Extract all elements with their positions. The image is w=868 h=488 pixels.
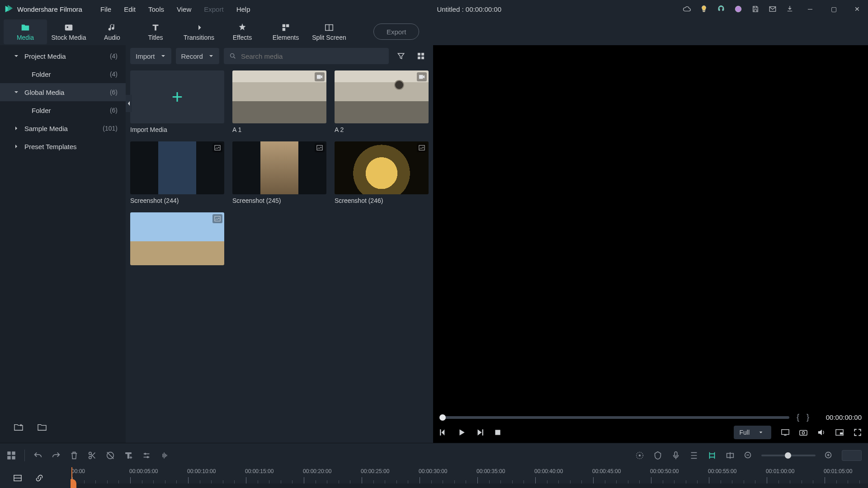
chevron-down-icon [160, 53, 166, 59]
media-card-a2[interactable]: A 2 [335, 70, 429, 133]
mark-out-button[interactable]: } [807, 413, 809, 422]
auto-ripple-icon[interactable] [707, 450, 717, 460]
media-card-s246[interactable]: Screenshot (246) [335, 141, 429, 204]
tips-icon[interactable] [700, 5, 708, 13]
media-card-a1[interactable]: A 1 [232, 70, 326, 133]
image-badge-icon [417, 143, 427, 152]
audio-tool-icon[interactable] [160, 450, 170, 460]
marker-icon[interactable] [653, 450, 663, 460]
svg-point-25 [802, 432, 804, 434]
tab-split-screen-label: Split Screen [312, 34, 346, 41]
step-forward-icon[interactable] [476, 428, 484, 436]
fullscreen-icon[interactable] [854, 428, 862, 436]
tab-titles-label: Titles [148, 34, 163, 41]
tab-elements[interactable]: Elements [264, 19, 307, 44]
filter-button[interactable] [393, 48, 409, 64]
tree-global-media[interactable]: Global Media (6) [0, 83, 126, 101]
svg-rect-6 [283, 28, 285, 30]
svg-rect-2 [65, 24, 73, 30]
svg-point-36 [144, 453, 146, 455]
save-icon[interactable] [751, 5, 760, 13]
media-grid: + Import Media A 1 A 2 Screenshot (244) … [126, 67, 433, 443]
mixer-icon[interactable] [689, 450, 699, 460]
zoom-out-icon[interactable] [743, 450, 753, 460]
sidebar-collapse-button[interactable] [126, 95, 132, 112]
image-badge-icon [212, 214, 222, 223]
tab-effects[interactable]: Effects [221, 19, 264, 44]
text-tool-icon[interactable] [123, 450, 133, 460]
snapshot-icon[interactable] [799, 428, 807, 436]
import-media-card[interactable]: + Import Media [130, 70, 224, 133]
tree-preset-templates[interactable]: Preset Templates [0, 137, 126, 155]
update-icon[interactable] [786, 5, 794, 13]
render-icon[interactable] [635, 450, 645, 460]
adjust-icon[interactable] [142, 450, 151, 460]
tab-audio[interactable]: Audio [90, 19, 134, 44]
search-input[interactable] [241, 52, 383, 60]
mail-icon[interactable] [769, 5, 777, 13]
link-icon[interactable] [35, 474, 43, 482]
playhead[interactable] [71, 467, 72, 488]
media-card-s247[interactable] [130, 212, 224, 265]
timeline-tracks[interactable]: 00:0000:00:05:0000:00:10:0000:00:15:0000… [71, 467, 868, 488]
redo-icon[interactable] [51, 450, 61, 460]
media-card-s244[interactable]: Screenshot (244) [130, 141, 224, 204]
record-dropdown[interactable]: Record [176, 48, 219, 64]
tree-project-media[interactable]: Project Media (4) [0, 47, 126, 65]
maximize-button[interactable]: ▢ [826, 5, 841, 13]
chevron-down-icon [14, 53, 19, 59]
split-icon[interactable] [87, 450, 97, 460]
tab-transitions[interactable]: Transitions [177, 19, 221, 44]
stop-icon[interactable] [494, 428, 502, 436]
svg-rect-5 [286, 24, 289, 27]
tab-stock-media[interactable]: Stock Media [47, 19, 90, 44]
new-folder-plus-icon[interactable] [14, 423, 24, 431]
pip-icon[interactable] [835, 428, 844, 436]
support-icon[interactable] [717, 5, 725, 13]
mark-in-button[interactable]: { [797, 413, 799, 422]
menu-help[interactable]: Help [231, 4, 256, 15]
svg-rect-28 [8, 451, 10, 454]
menu-tools[interactable]: Tools [143, 4, 170, 15]
new-folder-icon[interactable] [37, 423, 47, 431]
track-manager-icon[interactable] [14, 474, 22, 482]
voiceover-icon[interactable] [671, 450, 681, 460]
volume-icon[interactable] [817, 428, 826, 436]
tree-sample-media[interactable]: Sample Media (101) [0, 119, 126, 137]
display-icon[interactable] [781, 428, 789, 436]
svg-rect-15 [317, 75, 321, 79]
svg-rect-12 [422, 53, 424, 55]
menu-file[interactable]: File [95, 4, 117, 15]
account-icon[interactable] [734, 5, 742, 13]
export-button[interactable]: Export [373, 23, 419, 40]
tab-media[interactable]: Media [4, 19, 47, 44]
preview-quality-dropdown[interactable]: Full [734, 426, 771, 439]
preview-scrubber[interactable] [439, 416, 789, 419]
minimize-button[interactable]: ─ [803, 5, 817, 13]
tab-split-screen[interactable]: Split Screen [307, 19, 351, 44]
timeline-view-toggle[interactable] [842, 450, 862, 461]
import-dropdown[interactable]: Import [130, 48, 171, 64]
tab-titles[interactable]: Titles [134, 19, 177, 44]
close-button[interactable]: ✕ [850, 5, 864, 13]
layout-icon[interactable] [6, 450, 16, 460]
search-box[interactable] [224, 48, 389, 64]
step-back-icon[interactable] [439, 428, 448, 436]
timeline-ruler[interactable]: 00:0000:00:05:0000:00:10:0000:00:15:0000… [71, 467, 868, 483]
delete-icon[interactable] [69, 450, 79, 460]
tree-project-folder[interactable]: Folder (4) [0, 65, 126, 83]
menu-view[interactable]: View [171, 4, 197, 15]
play-icon[interactable] [458, 428, 466, 436]
zoom-slider[interactable] [761, 455, 816, 456]
grid-view-button[interactable] [413, 48, 429, 64]
svg-rect-27 [840, 432, 843, 435]
crop-icon[interactable] [105, 450, 115, 460]
zoom-in-icon[interactable] [824, 450, 834, 460]
undo-icon[interactable] [33, 450, 43, 460]
tree-global-folder[interactable]: Folder (6) [0, 101, 126, 119]
snap-icon[interactable] [725, 450, 735, 460]
svg-point-3 [66, 26, 68, 28]
media-card-s245[interactable]: Screenshot (245) [232, 141, 326, 204]
cloud-icon[interactable] [683, 5, 691, 13]
menu-edit[interactable]: Edit [118, 4, 141, 15]
